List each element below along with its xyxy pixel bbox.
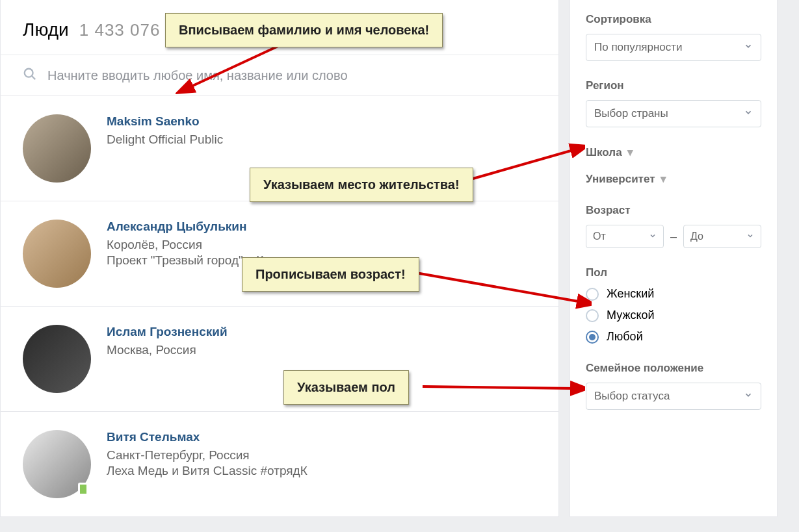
person-name[interactable]: Витя Стельмах [107,430,536,444]
avatar[interactable] [23,430,91,498]
marital-value: Выбор статуса [594,390,670,403]
sort-label: Сортировка [586,13,761,26]
filter-sidebar: Сортировка По популярности Регион Выбор … [570,0,778,517]
person-name[interactable]: Александр Цыбулькин [107,220,536,234]
callout-name: Вписываем фамилию и имя человека! [165,13,443,47]
age-to-value: До [690,231,703,242]
marital-label: Семейное положение [586,362,761,375]
region-value: Выбор страны [594,107,668,120]
gender-male-radio[interactable]: Мужской [586,309,761,322]
gender-any-radio[interactable]: Любой [586,330,761,344]
chevron-down-icon [746,231,754,242]
caret-down-icon: ▾ [661,172,666,186]
region-label: Регион [586,79,761,92]
university-link[interactable]: Университет ▾ [586,172,761,186]
person-name[interactable]: Maksim Saenko [107,114,536,129]
person-card: Ислам Грозненский Москва, Россия [1,307,558,412]
person-info: Витя Стельмах Санкт-Петербург, Россия Ле… [107,430,536,498]
online-mobile-icon [78,483,88,496]
radio-label: Женский [607,287,654,301]
person-detail: Санкт-Петербург, Россия [107,448,536,462]
caret-down-icon: ▾ [627,146,633,159]
gender-label: Пол [586,266,761,279]
person-card: Витя Стельмах Санкт-Петербург, Россия Ле… [1,412,558,516]
chevron-down-icon [649,231,657,242]
age-to-select[interactable]: До [683,225,761,248]
radio-icon [586,288,599,301]
radio-icon [586,331,599,344]
radio-icon [586,309,599,322]
age-from-value: От [593,231,606,242]
sort-value: По популярности [594,41,683,54]
age-separator: – [670,230,677,244]
person-detail: Delight Official Public [107,133,536,147]
search-input[interactable] [47,68,536,83]
gender-female-radio[interactable]: Женский [586,287,761,301]
person-detail: Москва, Россия [107,343,536,357]
svg-line-1 [32,76,36,80]
chevron-down-icon [744,107,753,120]
radio-label: Любой [607,330,643,344]
gender-radio-group: Женский Мужской Любой [586,287,761,344]
school-link[interactable]: Школа ▾ [586,146,761,159]
marital-select[interactable]: Выбор статуса [586,383,761,410]
avatar[interactable] [23,325,91,393]
page-title: Люди [23,19,69,40]
age-from-select[interactable]: От [586,225,664,248]
person-name[interactable]: Ислам Грозненский [107,325,536,339]
sort-select[interactable]: По популярности [586,34,761,61]
age-row: От – До [586,225,761,248]
person-detail: Леха Медь и Витя CLassic #отрядК [107,464,536,478]
radio-label: Мужской [607,309,655,322]
person-detail: Королёв, Россия [107,238,536,252]
search-row [1,55,558,96]
callout-age: Прописываем возраст! [242,257,419,292]
age-label: Возраст [586,204,761,217]
search-icon [23,67,37,84]
svg-point-0 [25,69,33,77]
chevron-down-icon [744,41,753,54]
callout-location: Указываем место жительства! [250,168,473,202]
avatar[interactable] [23,114,91,183]
region-select[interactable]: Выбор страны [586,100,761,127]
results-count: 1 433 076 [79,20,161,40]
chevron-down-icon [744,390,753,403]
callout-gender: Указываем пол [283,370,409,405]
avatar[interactable] [23,220,91,288]
